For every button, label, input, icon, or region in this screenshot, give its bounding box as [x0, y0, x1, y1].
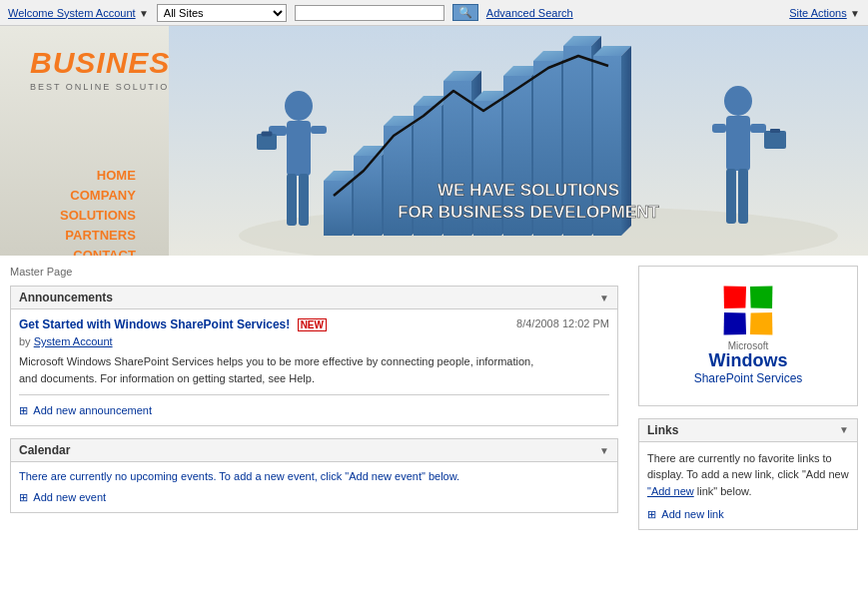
nav-solutions[interactable]: SOLUTIONS: [60, 206, 136, 226]
nav-company[interactable]: COMPANY: [60, 186, 136, 206]
announcements-collapse-icon: ▼: [599, 293, 609, 303]
svg-rect-43: [750, 124, 766, 133]
svg-point-40: [724, 86, 752, 116]
logo-business: BUSINESS: [30, 46, 191, 79]
main-content: Master Page Announcements ▼ Get Started …: [0, 256, 868, 552]
svg-rect-47: [738, 169, 748, 224]
svg-rect-37: [311, 126, 327, 134]
calendar-webpart: Calendar ▼ There are currently no upcomi…: [10, 438, 618, 513]
svg-rect-38: [287, 174, 297, 226]
svg-rect-2: [324, 181, 352, 236]
svg-rect-36: [262, 132, 272, 136]
top-bar-left: Welcome System Account ▼ All Sites 🔍 Adv…: [8, 4, 573, 22]
add-link-area: ⊞ Add new link: [647, 507, 849, 521]
right-column: Microsoft Windows SharePoint Services Li…: [638, 266, 858, 542]
svg-rect-44: [764, 131, 786, 149]
nav-contact[interactable]: CONTACT: [60, 246, 136, 256]
site-actions-area: Site Actions ▼: [789, 6, 860, 20]
svg-rect-39: [299, 174, 309, 226]
add-announcement-link[interactable]: Add new announcement: [33, 404, 152, 416]
announcement-meta: Get Started with Windows SharePoint Serv…: [19, 317, 609, 331]
announcements-webpart: Announcements ▼ Get Started with Windows…: [10, 286, 618, 426]
calendar-header[interactable]: Calendar ▼: [11, 439, 617, 462]
svg-rect-46: [726, 169, 736, 224]
svg-rect-45: [770, 129, 780, 133]
nav-partners[interactable]: PARTNERS: [60, 226, 136, 246]
banner-nav: HOME COMPANY SOLUTIONS PARTNERS CONTACT: [60, 166, 136, 256]
add-event-icon: ⊞: [19, 491, 28, 503]
calendar-collapse-icon: ▼: [599, 445, 609, 456]
svg-text:FOR BUSINESS DEVELOPMENT: FOR BUSINESS DEVELOPMENT: [398, 203, 659, 222]
add-link-icon: ⊞: [647, 508, 656, 520]
links-body: There are currently no favorite links to…: [639, 442, 857, 530]
advanced-search-link[interactable]: Advanced Search: [486, 7, 573, 19]
windows-logo-area: Microsoft Windows SharePoint Services: [638, 266, 858, 406]
site-actions-link[interactable]: Site Actions: [789, 7, 846, 19]
chart-svg: WE HAVE SOLUTIONS FOR BUSINESS DEVELOPME…: [169, 26, 868, 256]
header-banner: BUSINESS CONSULTING BEST ONLINE SOLUTION…: [0, 26, 868, 256]
add-event-area: ⊞ Add new event: [19, 490, 609, 504]
master-page-label: Master Page: [10, 266, 618, 278]
calendar-body: There are currently no upcoming events. …: [11, 462, 617, 512]
chart-area: WE HAVE SOLUTIONS FOR BUSINESS DEVELOPME…: [169, 26, 868, 256]
svg-rect-33: [287, 121, 311, 176]
links-title: Links: [647, 423, 678, 437]
links-webpart: Links ▼ There are currently no favorite …: [638, 418, 858, 531]
announcement-date: 8/4/2008 12:02 PM: [516, 317, 609, 329]
add-event-link[interactable]: Add new event: [33, 491, 106, 503]
calendar-empty-text: There are currently no upcoming events. …: [19, 470, 609, 482]
left-column: Master Page Announcements ▼ Get Started …: [10, 266, 618, 542]
add-link-link[interactable]: Add new link: [661, 508, 723, 520]
top-bar: Welcome System Account ▼ All Sites 🔍 Adv…: [0, 0, 868, 26]
links-collapse-icon: ▼: [839, 424, 849, 435]
links-empty-text: There are currently no favorite links to…: [647, 450, 849, 500]
announcements-header[interactable]: Announcements ▼: [11, 287, 617, 309]
announcements-title: Announcements: [19, 291, 113, 304]
search-button[interactable]: 🔍: [452, 4, 478, 21]
new-badge: NEW: [298, 318, 327, 331]
site-dropdown[interactable]: All Sites: [157, 4, 287, 22]
calendar-title: Calendar: [19, 443, 70, 457]
add-new-link-inline[interactable]: "Add new: [647, 485, 694, 497]
sharepoint-text: SharePoint Services: [649, 371, 847, 385]
announcement-author: by System Account: [19, 335, 609, 347]
search-input[interactable]: [295, 5, 444, 21]
welcome-arrow-icon: ▼: [139, 8, 149, 19]
announcement-body: Microsoft Windows SharePoint Services he…: [19, 353, 609, 395]
links-header[interactable]: Links ▼: [639, 419, 857, 442]
nav-home[interactable]: HOME: [60, 166, 136, 186]
svg-rect-42: [712, 124, 726, 133]
windows-flag-icon: [724, 287, 772, 334]
site-actions-arrow-icon: ▼: [850, 8, 860, 19]
svg-rect-41: [726, 116, 750, 171]
add-announcement-icon: ⊞: [19, 404, 28, 416]
welcome-link[interactable]: Welcome System Account ▼: [8, 6, 149, 20]
svg-point-32: [285, 91, 313, 121]
windows-text: Windows: [649, 351, 847, 371]
announcement-title-link[interactable]: Get Started with Windows SharePoint Serv…: [19, 317, 290, 331]
announcements-body: Get Started with Windows SharePoint Serv…: [11, 309, 617, 425]
author-link[interactable]: System Account: [34, 335, 113, 347]
add-announcement-area: ⊞ Add new announcement: [19, 403, 609, 417]
svg-text:WE HAVE SOLUTIONS: WE HAVE SOLUTIONS: [437, 181, 619, 200]
announcement-title-area: Get Started with Windows SharePoint Serv…: [19, 317, 327, 331]
